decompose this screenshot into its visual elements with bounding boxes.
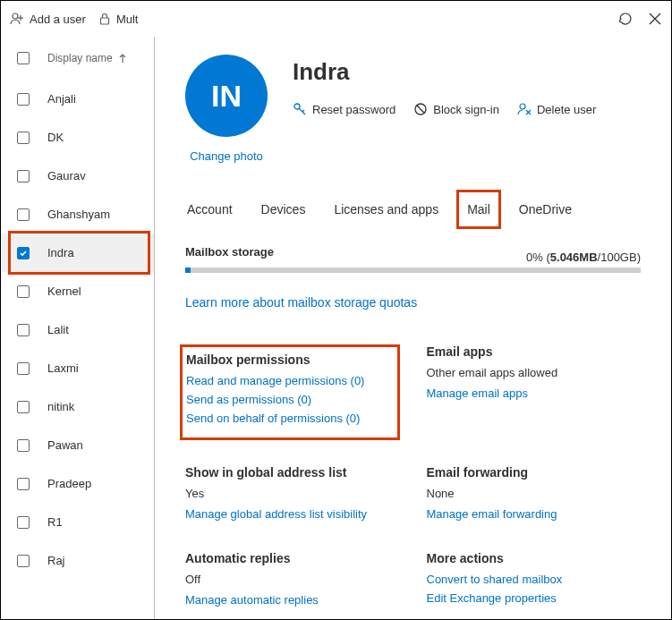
manage-email-apps-link[interactable]: Manage email apps: [427, 386, 642, 400]
user-row[interactable]: DK: [1, 118, 154, 157]
manage-forwarding-link[interactable]: Manage email forwarding: [427, 507, 642, 521]
convert-shared-mailbox-link[interactable]: Convert to shared mailbox: [427, 573, 642, 586]
read-manage-permissions-link[interactable]: Read and manage permissions (0): [186, 374, 388, 387]
user-name-cell: Pawan: [47, 438, 83, 452]
user-checkbox[interactable]: [17, 93, 30, 106]
user-row[interactable]: Ghanshyam: [1, 195, 154, 234]
detail-panel: IN Change photo Indra Reset password: [155, 37, 671, 619]
auto-replies-heading: Automatic replies: [185, 551, 400, 565]
sort-asc-icon: [118, 53, 127, 64]
user-row[interactable]: nitink: [1, 387, 154, 426]
user-row[interactable]: Indra: [1, 234, 154, 272]
user-checkbox[interactable]: [17, 478, 30, 490]
storage-bar: [185, 268, 641, 273]
user-checkbox[interactable]: [17, 132, 30, 144]
send-as-permissions-link[interactable]: Send as permissions (0): [186, 393, 388, 406]
send-on-behalf-permissions-link[interactable]: Send on behalf of permissions (0): [186, 412, 388, 425]
learn-more-storage-link[interactable]: Learn more about mailbox storage quotas: [185, 295, 417, 310]
lock-icon: [98, 13, 111, 25]
tab-onedrive[interactable]: OneDrive: [517, 199, 574, 220]
block-icon: [413, 102, 428, 116]
add-user-button[interactable]: Add a user: [10, 12, 86, 26]
svg-line-9: [302, 110, 304, 112]
user-name-cell: Kernel: [47, 285, 81, 298]
forwarding-heading: Email forwarding: [427, 465, 642, 480]
user-hero: IN Change photo Indra Reset password: [185, 55, 641, 163]
window-frame: Add a user Mult Display name AnjaliDKGau…: [0, 0, 672, 620]
refresh-button[interactable]: [617, 11, 634, 27]
close-button[interactable]: [648, 12, 662, 26]
tab-mail[interactable]: Mail: [465, 199, 492, 220]
user-list-panel: Display name AnjaliDKGauravGhanshyamIndr…: [1, 37, 155, 619]
email-apps-heading: Email apps: [427, 344, 642, 359]
svg-line-8: [299, 108, 305, 115]
user-display-name: Indra: [293, 58, 641, 86]
tab-devices[interactable]: Devices: [259, 199, 308, 220]
tab-account[interactable]: Account: [185, 199, 234, 220]
gal-value: Yes: [185, 487, 400, 500]
user-checkbox[interactable]: [17, 555, 30, 567]
multi-label: Mult: [116, 13, 139, 26]
hero-actions: Reset password Block sign-in Delete user: [293, 102, 641, 116]
forwarding-value: None: [427, 487, 642, 500]
avatar: IN: [185, 55, 268, 137]
list-header[interactable]: Display name: [1, 37, 154, 80]
user-row[interactable]: Raj: [1, 541, 154, 580]
user-name-cell: Anjali: [47, 92, 76, 106]
user-row[interactable]: Lalit: [1, 310, 154, 349]
manage-gal-link[interactable]: Manage global address list visibility: [185, 507, 400, 521]
user-checkbox[interactable]: [17, 516, 30, 529]
column-display-name: Display name: [47, 52, 113, 64]
user-list[interactable]: AnjaliDKGauravGhanshyamIndraKernelLalitL…: [1, 80, 154, 619]
auto-replies-section: Automatic replies Off Manage automatic r…: [185, 551, 400, 612]
tab-bar: Account Devices Licenses and apps Mail O…: [185, 199, 641, 220]
user-name-cell: R1: [47, 515, 63, 529]
user-name-cell: Indra: [47, 246, 74, 259]
mailbox-storage-section: Mailbox storage 0% (5.046MB/100GB) Learn…: [185, 245, 641, 310]
user-row[interactable]: Pawan: [1, 426, 154, 464]
user-name-cell: Pradeep: [47, 477, 91, 490]
user-row[interactable]: R1: [1, 503, 154, 541]
svg-point-0: [13, 13, 18, 19]
user-name-cell: DK: [47, 131, 64, 144]
user-row[interactable]: Anjali: [1, 80, 154, 118]
edit-exchange-properties-link[interactable]: Edit Exchange properties: [427, 591, 642, 605]
user-name-cell: nitink: [47, 400, 74, 413]
user-checkbox[interactable]: [17, 401, 30, 413]
user-checkbox[interactable]: [17, 324, 30, 336]
reset-password-button[interactable]: Reset password: [293, 102, 396, 116]
user-checkbox[interactable]: [17, 439, 30, 452]
panel-body: Display name AnjaliDKGauravGhanshyamIndr…: [1, 37, 671, 619]
block-signin-button[interactable]: Block sign-in: [413, 102, 499, 116]
user-checkbox[interactable]: [17, 247, 30, 259]
user-row[interactable]: Gaurav: [1, 157, 154, 195]
svg-point-12: [520, 104, 525, 109]
permissions-heading: Mailbox permissions: [186, 352, 388, 367]
user-row[interactable]: Laxmi: [1, 349, 154, 387]
key-icon: [293, 102, 307, 116]
email-apps-section: Email apps Other email apps allowed Mana…: [427, 344, 642, 440]
add-user-icon: [10, 12, 24, 26]
multi-factor-button[interactable]: Mult: [98, 13, 139, 26]
auto-replies-value: Off: [185, 573, 400, 586]
user-checkbox[interactable]: [17, 170, 30, 183]
storage-heading: Mailbox storage: [185, 245, 274, 259]
manage-auto-replies-link[interactable]: Manage automatic replies: [185, 593, 400, 607]
user-row[interactable]: Pradeep: [1, 464, 154, 503]
user-checkbox[interactable]: [17, 362, 30, 375]
delete-user-button[interactable]: Delete user: [517, 102, 596, 116]
more-actions-section: More actions Convert to shared mailbox E…: [427, 551, 642, 612]
user-checkbox[interactable]: [17, 285, 30, 298]
user-checkbox[interactable]: [17, 208, 30, 221]
user-row[interactable]: Kernel: [1, 272, 154, 310]
change-photo-link[interactable]: Change photo: [190, 149, 263, 163]
select-all-checkbox[interactable]: [17, 52, 30, 64]
gal-section: Show in global address list Yes Manage g…: [185, 465, 400, 526]
tab-licenses[interactable]: Licenses and apps: [332, 199, 440, 220]
gal-heading: Show in global address list: [185, 465, 400, 480]
user-name-cell: Lalit: [47, 323, 69, 336]
forwarding-section: Email forwarding None Manage email forwa…: [427, 465, 642, 526]
close-icon: [648, 12, 662, 26]
user-name-cell: Gaurav: [47, 169, 86, 183]
refresh-icon: [617, 11, 634, 27]
